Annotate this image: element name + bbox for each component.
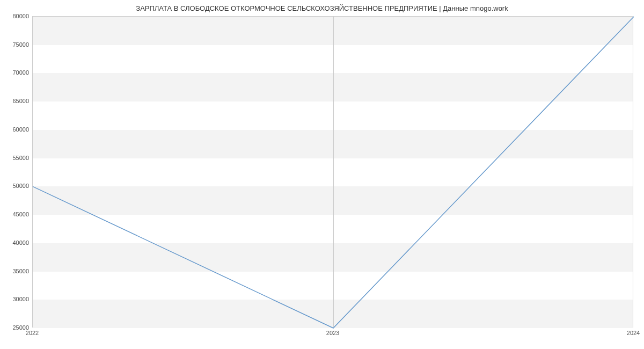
x-tick-label: 2024 [627,330,640,336]
y-tick-label: 55000 [2,155,29,161]
y-tick-label: 30000 [2,296,29,302]
y-tick-label: 65000 [2,98,29,104]
x-tick-label: 2023 [326,330,339,336]
y-tick-label: 70000 [2,69,29,76]
y-tick-label: 60000 [2,126,29,133]
plot-area [32,16,633,328]
chart-title: ЗАРПЛАТА В СЛОБОДСКОЕ ОТКОРМОЧНОЕ СЕЛЬСК… [0,4,644,12]
chart-container: ЗАРПЛАТА В СЛОБОДСКОЕ ОТКОРМОЧНОЕ СЕЛЬСК… [0,0,644,349]
y-tick-label: 35000 [2,268,29,274]
y-tick-label: 25000 [2,324,29,331]
y-tick-label: 75000 [2,41,29,48]
y-tick-label: 50000 [2,183,29,189]
x-tick-label: 2022 [26,330,39,336]
y-tick-label: 40000 [2,239,29,246]
y-tick-label: 45000 [2,211,29,217]
line-series [33,17,634,328]
y-tick-label: 80000 [2,13,29,19]
